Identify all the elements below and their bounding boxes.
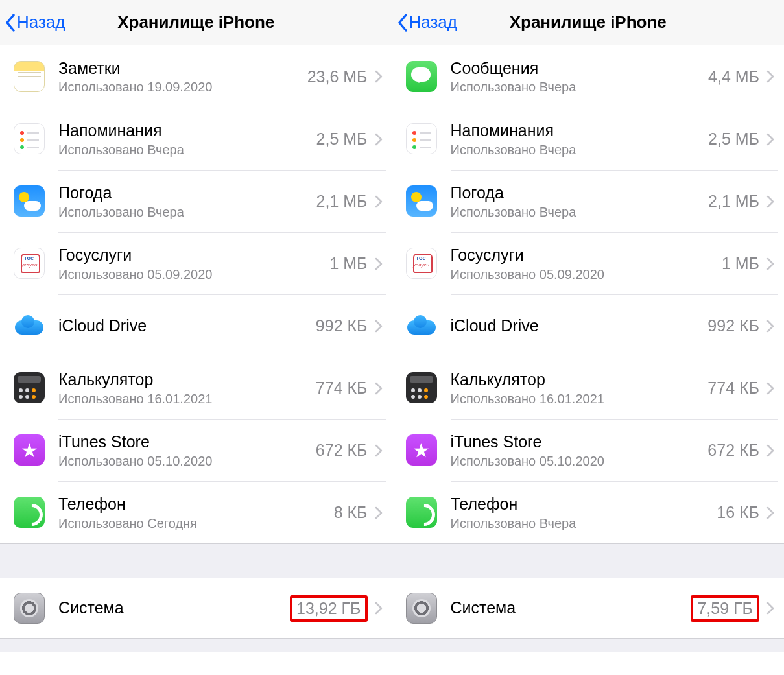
- app-size: 2,5 МБ: [700, 108, 763, 170]
- app-name: Напоминания: [451, 121, 701, 141]
- app-size: 2,5 МБ: [309, 108, 372, 170]
- app-row[interactable]: iTunes StoreИспользовано 05.10.2020672 К…: [0, 419, 392, 481]
- chevron-right-icon: [763, 170, 778, 232]
- app-row[interactable]: КалькуляторИспользовано 16.01.2021774 КБ: [392, 357, 785, 419]
- app-row[interactable]: НапоминанияИспользовано Вчера2,5 МБ: [0, 108, 392, 170]
- chevron-right-icon: [372, 481, 386, 543]
- app-size: 672 КБ: [308, 419, 372, 481]
- app-usage: Использовано Вчера: [58, 143, 309, 158]
- app-size: 1 МБ: [322, 232, 371, 294]
- section-gap: [392, 543, 785, 578]
- storage-panel: НазадХранилище iPhoneЗаметкиИспользовано…: [0, 0, 392, 652]
- app-row[interactable]: ТелефонИспользовано Сегодня8 КБ: [0, 481, 392, 543]
- app-name: Телефон: [58, 494, 326, 514]
- app-row[interactable]: iCloud Drive992 КБ: [392, 294, 785, 357]
- itunes-icon: [0, 434, 58, 466]
- app-usage: Использовано 05.09.2020: [451, 267, 714, 282]
- notes-icon: [0, 61, 58, 92]
- section-gap: [0, 543, 392, 578]
- app-row[interactable]: КалькуляторИспользовано 16.01.2021774 КБ: [0, 357, 392, 419]
- app-size: 2,1 МБ: [309, 170, 372, 232]
- navbar: НазадХранилище iPhone: [0, 0, 392, 45]
- app-size: 992 КБ: [700, 294, 763, 357]
- app-size: 23,6 МБ: [300, 45, 372, 108]
- app-usage: Использовано 19.09.2020: [58, 80, 300, 95]
- weather-icon: [392, 185, 451, 217]
- app-name: iTunes Store: [451, 432, 700, 452]
- chevron-right-icon: [763, 481, 778, 543]
- weather-icon: [0, 185, 58, 217]
- app-size: 4,4 МБ: [700, 45, 763, 108]
- app-row[interactable]: услугиГосуслугиИспользовано 05.09.20201 …: [392, 232, 785, 294]
- back-label: Назад: [409, 12, 458, 32]
- back-button[interactable]: Назад: [392, 12, 458, 32]
- app-size: 8 КБ: [326, 481, 372, 543]
- app-row[interactable]: НапоминанияИспользовано Вчера2,5 МБ: [392, 108, 785, 170]
- app-usage: Использовано 05.09.2020: [58, 267, 322, 282]
- system-label: Система: [58, 598, 282, 618]
- app-size: 2,1 МБ: [700, 170, 763, 232]
- msg-icon: [392, 61, 451, 92]
- chevron-right-icon: [763, 108, 778, 170]
- app-size: 16 КБ: [709, 481, 763, 543]
- app-size: 774 КБ: [700, 357, 763, 419]
- chevron-right-icon: [372, 357, 386, 419]
- app-row[interactable]: ТелефонИспользовано Вчера16 КБ: [392, 481, 785, 543]
- storage-panel: НазадХранилище iPhoneСообщенияИспользова…: [392, 0, 785, 652]
- app-row[interactable]: СообщенияИспользовано Вчера4,4 МБ: [392, 45, 785, 108]
- phone-icon: [0, 497, 58, 528]
- chevron-right-icon: [372, 419, 386, 481]
- phone-icon: [392, 497, 451, 528]
- app-row[interactable]: ЗаметкиИспользовано 19.09.202023,6 МБ: [0, 45, 392, 108]
- footer-gap: [392, 638, 785, 652]
- app-row[interactable]: ПогодаИспользовано Вчера2,1 МБ: [392, 170, 785, 232]
- app-usage: Использовано Вчера: [451, 143, 701, 158]
- app-name: iCloud Drive: [451, 316, 700, 336]
- chevron-right-icon: [763, 357, 778, 419]
- chevron-right-icon: [763, 45, 778, 108]
- app-name: Сообщения: [451, 58, 701, 78]
- app-row[interactable]: iTunes StoreИспользовано 05.10.2020672 К…: [392, 419, 785, 481]
- app-row[interactable]: iCloud Drive992 КБ: [0, 294, 392, 357]
- rem-icon: [392, 123, 451, 154]
- system-size: 13,92 ГБ: [282, 578, 371, 638]
- system-row[interactable]: Система13,92 ГБ: [0, 578, 392, 638]
- itunes-icon: [392, 434, 451, 466]
- app-size: 672 КБ: [700, 419, 763, 481]
- app-name: Калькулятор: [58, 370, 308, 390]
- app-name: Телефон: [451, 494, 709, 514]
- icloud-icon: [392, 310, 451, 341]
- chevron-right-icon: [372, 294, 386, 357]
- app-usage: Использовано 16.01.2021: [451, 392, 700, 407]
- back-label: Назад: [17, 12, 65, 32]
- app-name: Напоминания: [58, 121, 309, 141]
- app-name: iTunes Store: [58, 432, 308, 452]
- app-list: ЗаметкиИспользовано 19.09.202023,6 МБНап…: [0, 45, 392, 543]
- app-name: iCloud Drive: [58, 316, 308, 336]
- app-usage: Использовано Вчера: [58, 205, 309, 220]
- gos-icon: услуги: [392, 248, 451, 279]
- app-row[interactable]: услугиГосуслугиИспользовано 05.09.20201 …: [0, 232, 392, 294]
- gear-icon: [0, 593, 58, 624]
- app-name: Заметки: [58, 58, 300, 78]
- app-size: 992 КБ: [308, 294, 372, 357]
- app-usage: Использовано Сегодня: [58, 516, 326, 531]
- app-name: Госуслуги: [58, 245, 322, 265]
- chevron-right-icon: [763, 419, 778, 481]
- chevron-right-icon: [372, 578, 386, 638]
- app-list: СообщенияИспользовано Вчера4,4 МБНапомин…: [392, 45, 785, 543]
- rem-icon: [0, 123, 58, 154]
- calc-icon: [392, 372, 451, 403]
- chevron-right-icon: [763, 232, 778, 294]
- app-row[interactable]: ПогодаИспользовано Вчера2,1 МБ: [0, 170, 392, 232]
- chevron-right-icon: [372, 108, 386, 170]
- app-name: Госуслуги: [451, 245, 714, 265]
- system-label: Система: [451, 598, 683, 618]
- back-button[interactable]: Назад: [0, 12, 65, 32]
- chevron-right-icon: [372, 45, 386, 108]
- app-size: 1 МБ: [714, 232, 763, 294]
- system-row[interactable]: Система7,59 ГБ: [392, 578, 785, 638]
- gear-icon: [392, 593, 451, 624]
- chevron-right-icon: [372, 170, 386, 232]
- chevron-right-icon: [763, 578, 778, 638]
